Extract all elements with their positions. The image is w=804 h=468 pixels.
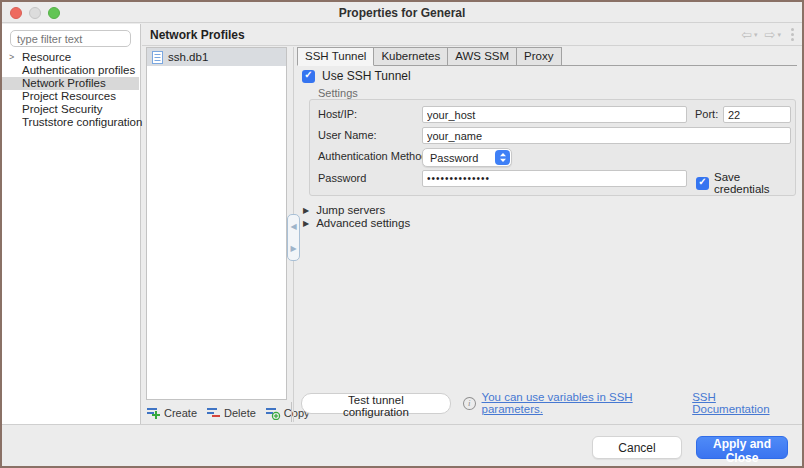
auth-method-row: Authentication Method: Password [310,148,795,166]
collapsed-triangle-icon[interactable] [303,219,309,228]
list-item[interactable]: ssh.db1 [147,48,286,66]
sidebar-item-authentication-profiles[interactable]: Authentication profiles [2,64,139,77]
cancel-button[interactable]: Cancel [592,436,682,459]
advanced-settings-expander[interactable]: Advanced settings [303,217,410,229]
save-credentials-checkbox[interactable] [696,177,709,190]
expand-right-icon[interactable]: ▶ [290,244,296,253]
delete-label: Delete [224,407,256,419]
create-profile-button[interactable]: Create [147,407,197,419]
password-row: Password Save credentials [310,170,795,188]
port-input[interactable] [723,106,791,123]
tab-bar: SSH Tunnel Kubernetes AWS SSM Proxy [297,47,797,66]
back-icon[interactable]: ⇦ [741,27,752,42]
sidebar-item-label: Authentication profiles [22,64,135,76]
tab-ssh-tunnel[interactable]: SSH Tunnel [297,47,374,66]
tab-kubernetes[interactable]: Kubernetes [373,47,448,65]
list-remove-icon [207,407,221,419]
sidebar-item-label: Resource [22,51,71,63]
tab-aws-ssm[interactable]: AWS SSM [447,47,517,65]
test-row: Test tunnel configuration i You can use … [301,392,794,414]
auth-method-label: Authentication Method: [318,150,431,162]
filter-input[interactable] [10,30,131,47]
user-input[interactable] [422,127,791,144]
use-ssh-tunnel-row: Use SSH Tunnel [302,69,411,83]
profile-list-toolbar: Create Delete Copy [147,404,310,422]
settings-group: Host/IP: Port: User Name: Authentication… [309,99,796,196]
user-row: User Name: [310,127,795,145]
user-label: User Name: [318,129,377,141]
host-input[interactable] [422,106,687,123]
dialog-button-bar: Cancel Apply and Close [2,424,802,466]
password-input[interactable] [422,170,687,187]
test-tunnel-button[interactable]: Test tunnel configuration [301,393,451,414]
forward-icon[interactable]: ⇨ [765,27,776,42]
password-label: Password [318,172,366,184]
list-duplicate-icon [266,407,281,420]
sidebar-tree: Resource Authentication profiles Network… [2,51,139,129]
page-header: Network Profiles ⇦ ▾ ⇨ ▾ [142,24,802,46]
toolbar-separator [291,402,292,422]
collapse-left-icon[interactable]: ◀ [290,222,296,231]
expand-chevron-icon[interactable] [9,51,19,64]
use-ssh-tunnel-checkbox[interactable] [302,70,315,83]
delete-profile-button[interactable]: Delete [207,407,256,419]
history-nav: ⇦ ▾ ⇨ ▾ [741,27,794,42]
sidebar: Resource Authentication profiles Network… [2,24,141,424]
sidebar-item-label: Project Resources [22,90,116,102]
forward-dropdown-icon[interactable]: ▾ [777,31,781,39]
settings-group-label: Settings [318,87,358,99]
sidebar-item-project-resources[interactable]: Project Resources [2,90,139,103]
collapsed-triangle-icon[interactable] [303,206,309,215]
auth-method-select[interactable]: Password [422,148,512,167]
apply-and-close-button[interactable]: Apply and Close [696,436,788,459]
save-credentials-row: Save credentials [696,171,795,195]
sidebar-item-truststore-configuration[interactable]: Truststore configuration [2,116,139,129]
save-credentials-label: Save credentials [714,171,795,195]
auth-method-value: Password [423,152,495,164]
create-label: Create [164,407,197,419]
ssh-documentation-link[interactable]: SSH Documentation [692,391,794,415]
profile-name: ssh.db1 [168,51,208,63]
sidebar-item-label: Network Profiles [22,77,106,89]
select-arrows-icon [495,150,510,165]
profile-list: ssh.db1 [146,47,287,400]
variables-link[interactable]: You can use variables in SSH parameters. [482,391,693,415]
view-menu-icon[interactable] [791,28,794,41]
jump-servers-label: Jump servers [316,204,385,216]
sidebar-item-resource[interactable]: Resource [2,51,139,64]
info-icon: i [463,397,476,410]
tab-proxy[interactable]: Proxy [516,47,561,65]
sidebar-item-label: Truststore configuration [22,116,142,128]
advanced-settings-label: Advanced settings [316,217,410,229]
page-title: Network Profiles [150,28,245,42]
host-label: Host/IP: [318,108,357,120]
sash-collapse-control[interactable]: ◀ ▶ [287,214,300,261]
back-dropdown-icon[interactable]: ▾ [754,31,758,39]
properties-dialog: Properties for General Resource Authenti… [2,2,802,466]
window-title: Properties for General [2,6,802,20]
host-row: Host/IP: Port: [310,106,795,124]
jump-servers-expander[interactable]: Jump servers [303,204,385,216]
sidebar-item-label: Project Security [22,103,103,115]
screenshot-frame: Properties for General Resource Authenti… [0,0,804,468]
titlebar: Properties for General [2,2,802,23]
sidebar-item-project-security[interactable]: Project Security [2,103,139,116]
list-add-icon [147,407,161,419]
use-ssh-tunnel-label: Use SSH Tunnel [322,69,411,83]
document-icon [152,51,163,64]
port-label: Port: [695,108,718,120]
sidebar-item-network-profiles[interactable]: Network Profiles [2,77,139,90]
